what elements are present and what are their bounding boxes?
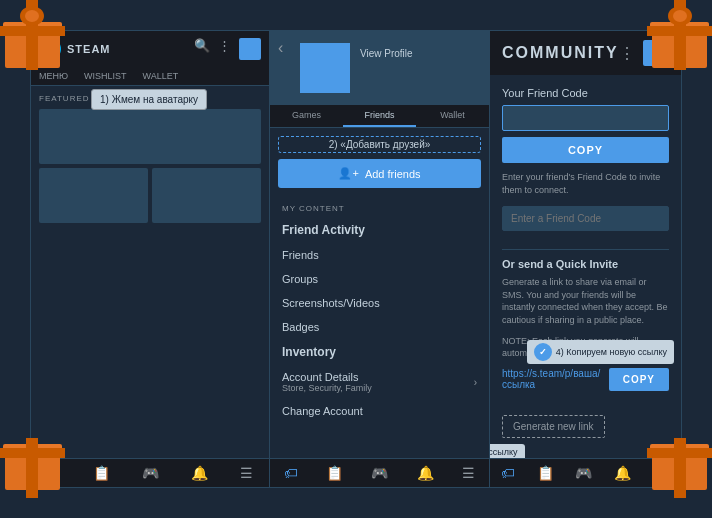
wishlist-tab[interactable]: WISHLIST <box>76 67 135 85</box>
inventory-label: Inventory <box>282 345 336 359</box>
back-button[interactable]: ‹ <box>278 39 283 57</box>
view-profile-button[interactable]: View Profile <box>360 48 413 59</box>
my-content-label: MY CONTENT <box>270 196 489 217</box>
link-section: ✓ 4) Копируем новую ссылку https://s.tea… <box>502 368 669 391</box>
middle-panel: ‹ View Profile Games Friends Wallet 2) «… <box>270 30 490 488</box>
enter-code-input[interactable] <box>502 206 669 231</box>
add-friends-label: Add friends <box>365 168 421 180</box>
add-friends-area: 2) «Добавить друзей» 👤+ Add friends <box>270 128 489 196</box>
annotation-3: 3) Создаем новую ссылку <box>490 444 525 458</box>
main-container: STEAM 🔍 ⋮ МЕНЮ WISHLIST WALLET 1) Жмем н… <box>30 30 682 488</box>
bottom-nav-bell[interactable]: 🔔 <box>191 465 208 481</box>
left-panel: STEAM 🔍 ⋮ МЕНЮ WISHLIST WALLET 1) Жмем н… <box>30 30 270 488</box>
community-title: COMMUNITY <box>502 44 619 62</box>
content-menu: Friend Activity Friends Groups Screensho… <box>270 217 489 458</box>
gift-bottom-right <box>632 438 712 518</box>
badges-label: Badges <box>282 321 319 333</box>
bottom-nav2-tag[interactable]: 🏷 <box>284 465 298 481</box>
friend-code-input[interactable] <box>502 105 669 131</box>
svg-rect-19 <box>647 448 712 458</box>
bottom-nav-game[interactable]: 🎮 <box>142 465 159 481</box>
friend-activity-item[interactable]: Friend Activity <box>270 217 489 243</box>
comm-bottom-tag[interactable]: 🏷 <box>501 465 515 481</box>
bottom-nav2-game[interactable]: 🎮 <box>371 465 388 481</box>
gift-top-right <box>632 0 712 80</box>
profile-avatar[interactable] <box>300 43 350 93</box>
screenshots-label: Screenshots/Videos <box>282 297 380 309</box>
games-tab[interactable]: Games <box>270 105 343 127</box>
tooltip-click-avatar: 1) Жмем на аватарку <box>91 89 207 110</box>
annotation-4-text: 4) Копируем новую ссылку <box>556 347 667 357</box>
friends-tab[interactable]: Friends <box>343 105 416 127</box>
featured-item-wide <box>39 109 261 164</box>
featured-item-2 <box>152 168 261 223</box>
featured-section: FEATURED & RECOMMENDED <box>31 86 269 458</box>
account-details-info: Account Details Store, Security, Family <box>282 371 372 393</box>
quick-invite-desc: Generate a link to share via email or SM… <box>502 276 669 326</box>
change-account-item[interactable]: Change Account <box>270 399 489 423</box>
divider <box>502 249 669 250</box>
quick-invite-label: Or send a Quick Invite <box>502 258 669 270</box>
account-details-label: Account Details <box>282 371 372 383</box>
featured-item-1 <box>39 168 148 223</box>
comm-bottom-bell[interactable]: 🔔 <box>614 465 631 481</box>
wallet-tab[interactable]: WALLET <box>135 67 187 85</box>
gift-top-left <box>0 0 80 80</box>
avatar[interactable] <box>239 38 261 60</box>
account-details-sub: Store, Security, Family <box>282 383 372 393</box>
friends-label: Friends <box>282 249 319 261</box>
inventory-item[interactable]: Inventory <box>270 339 489 365</box>
invite-description: Enter your friend's Friend Code to invit… <box>502 171 669 196</box>
svg-point-11 <box>673 10 687 22</box>
search-icon[interactable]: 🔍 <box>194 38 210 60</box>
change-account-label: Change Account <box>282 405 363 417</box>
friend-code-label: Your Friend Code <box>502 87 669 99</box>
more-icon[interactable]: ⋮ <box>218 38 231 60</box>
bottom-nav2-bell[interactable]: 🔔 <box>417 465 434 481</box>
svg-rect-3 <box>0 26 65 36</box>
svg-point-5 <box>25 10 39 22</box>
checkmark-circle: ✓ <box>534 343 552 361</box>
add-friends-button[interactable]: 👤+ Add friends <box>278 159 481 188</box>
groups-label: Groups <box>282 273 318 285</box>
bottom-nav2-list[interactable]: 📋 <box>326 465 343 481</box>
tooltip-add-friends: 2) «Добавить друзей» <box>278 136 481 153</box>
friends-item[interactable]: Friends <box>270 243 489 267</box>
bottom-nav2-menu[interactable]: ☰ <box>462 465 475 481</box>
steam-header-icons: 🔍 ⋮ <box>194 38 261 60</box>
middle-bottom-nav: 🏷 📋 🎮 🔔 ☰ <box>270 458 489 487</box>
link-row: https://s.team/p/ваша/ссылка COPY <box>502 368 669 391</box>
quick-invite-copy-button[interactable]: COPY <box>609 368 669 391</box>
svg-rect-9 <box>647 26 712 36</box>
wallet-tab-profile[interactable]: Wallet <box>416 105 489 127</box>
svg-rect-15 <box>0 448 65 458</box>
svg-rect-18 <box>674 438 686 498</box>
link-url: https://s.team/p/ваша/ссылка <box>502 368 603 390</box>
gift-bottom-left <box>0 438 80 518</box>
comm-bottom-list[interactable]: 📋 <box>537 465 554 481</box>
add-friends-icon: 👤+ <box>338 167 358 180</box>
friend-activity-label: Friend Activity <box>282 223 365 237</box>
account-details-item[interactable]: Account Details Store, Security, Family … <box>270 365 489 399</box>
arrow-icon: › <box>474 377 477 388</box>
badges-item[interactable]: Badges <box>270 315 489 339</box>
generate-link-button[interactable]: Generate new link <box>502 415 605 438</box>
annotation-4: ✓ 4) Копируем новую ссылку <box>527 340 674 364</box>
groups-item[interactable]: Groups <box>270 267 489 291</box>
right-panel: COMMUNITY ⋮ Your Friend Code COPY Enter … <box>490 30 682 488</box>
screenshots-item[interactable]: Screenshots/Videos <box>270 291 489 315</box>
comm-bottom-game[interactable]: 🎮 <box>575 465 592 481</box>
featured-grid <box>39 109 261 223</box>
svg-rect-14 <box>26 438 38 498</box>
profile-tabs: Games Friends Wallet <box>270 105 489 128</box>
bottom-nav-menu[interactable]: ☰ <box>240 465 253 481</box>
bottom-nav-list[interactable]: 📋 <box>93 465 110 481</box>
community-content: Your Friend Code COPY Enter your friend'… <box>490 75 681 458</box>
profile-top: View Profile <box>270 31 489 105</box>
generate-section: 3) Создаем новую ссылку Generate new lin… <box>502 415 605 438</box>
friend-code-copy-button[interactable]: COPY <box>502 137 669 163</box>
